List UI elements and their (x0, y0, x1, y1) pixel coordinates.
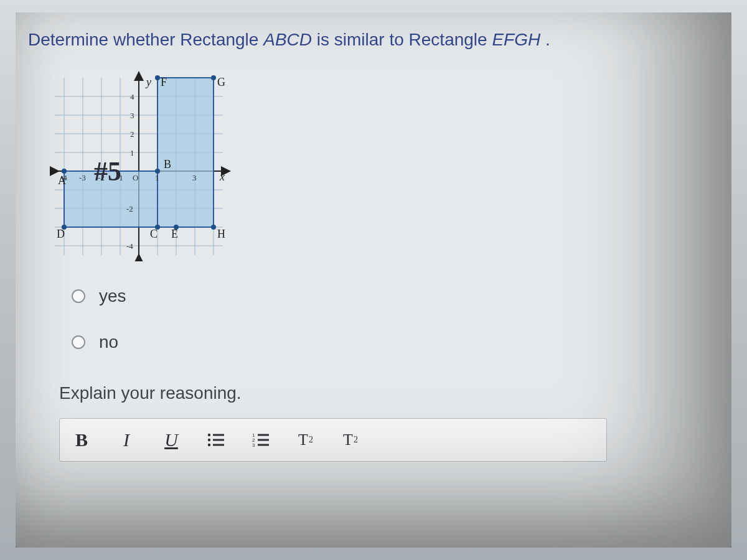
svg-text:1: 1 (155, 173, 159, 182)
svg-text:4: 4 (130, 92, 134, 101)
graph-svg: A B C D E F G H y x -4 -3 -2 -1 (33, 68, 238, 261)
svg-rect-44 (213, 439, 224, 441)
svg-text:3: 3 (130, 111, 134, 120)
svg-rect-48 (258, 434, 269, 436)
numbered-list-icon: 1 2 3 (252, 432, 270, 447)
question-card: Determine whether Rectangle ABCD is simi… (16, 12, 731, 548)
svg-text:3: 3 (252, 442, 255, 447)
svg-text:3: 3 (192, 173, 197, 182)
vertex-f: F (161, 76, 167, 88)
svg-rect-42 (213, 434, 224, 436)
svg-text:O: O (133, 173, 138, 182)
svg-text:1: 1 (130, 148, 134, 157)
explain-prompt: Explain your reasoning. (59, 383, 719, 403)
x-axis-label: x (219, 170, 225, 183)
svg-text:-3: -3 (79, 173, 86, 182)
svg-point-43 (208, 439, 210, 441)
superscript-button[interactable]: T2 (296, 431, 315, 449)
svg-rect-46 (213, 444, 224, 446)
ordered-list-button[interactable]: 1 2 3 (251, 432, 270, 447)
vertex-d: D (57, 228, 65, 240)
y-axis-label: y (145, 76, 151, 88)
svg-rect-19 (157, 78, 214, 227)
sup-exp: 2 (309, 435, 313, 445)
svg-text:-2: -2 (126, 204, 133, 213)
svg-point-45 (208, 444, 210, 446)
svg-point-26 (211, 225, 216, 230)
underline-button[interactable]: U (162, 429, 181, 450)
svg-point-41 (208, 434, 210, 436)
sup-base: T (298, 431, 308, 449)
vertex-h: H (217, 228, 225, 240)
option-yes-label: yes (99, 286, 126, 306)
svg-rect-52 (258, 444, 269, 446)
option-no-label: no (99, 332, 118, 352)
svg-text:2: 2 (130, 129, 134, 139)
answer-options: yes no (72, 286, 719, 352)
coordinate-graph: A B C D E F G H y x -4 -3 -2 -1 (33, 68, 238, 261)
rich-text-toolbar: B I U 1 2 3 T2 T2 (59, 418, 607, 462)
rect-abcd: ABCD (263, 30, 312, 49)
handwritten-overlay: #5 (94, 156, 121, 187)
prompt-text: Determine whether Rectangle (28, 30, 263, 49)
option-yes[interactable]: yes (72, 286, 719, 306)
italic-button[interactable]: I (117, 429, 136, 450)
vertex-b: B (164, 158, 171, 170)
vertex-c: C (150, 228, 157, 240)
radio-icon (72, 289, 85, 303)
svg-point-25 (211, 75, 216, 80)
vertex-e: E (171, 228, 178, 240)
sub-base: T (343, 431, 353, 449)
bullet-list-icon (207, 432, 225, 447)
svg-text:-4: -4 (60, 173, 67, 182)
rect-efgh: EFGH (492, 30, 540, 49)
prompt-text-after: . (540, 30, 550, 49)
svg-text:-4: -4 (126, 241, 133, 251)
option-no[interactable]: no (72, 332, 719, 352)
subscript-button[interactable]: T2 (341, 431, 360, 449)
prompt-text-mid: is similar to Rectangle (312, 30, 492, 49)
vertex-g: G (217, 76, 225, 88)
sub-exp: 2 (354, 435, 358, 445)
svg-rect-50 (258, 439, 269, 441)
unordered-list-button[interactable] (207, 432, 225, 447)
svg-point-24 (155, 75, 160, 80)
question-prompt: Determine whether Rectangle ABCD is simi… (28, 30, 719, 50)
radio-icon (72, 335, 85, 349)
bold-button[interactable]: B (72, 429, 91, 450)
